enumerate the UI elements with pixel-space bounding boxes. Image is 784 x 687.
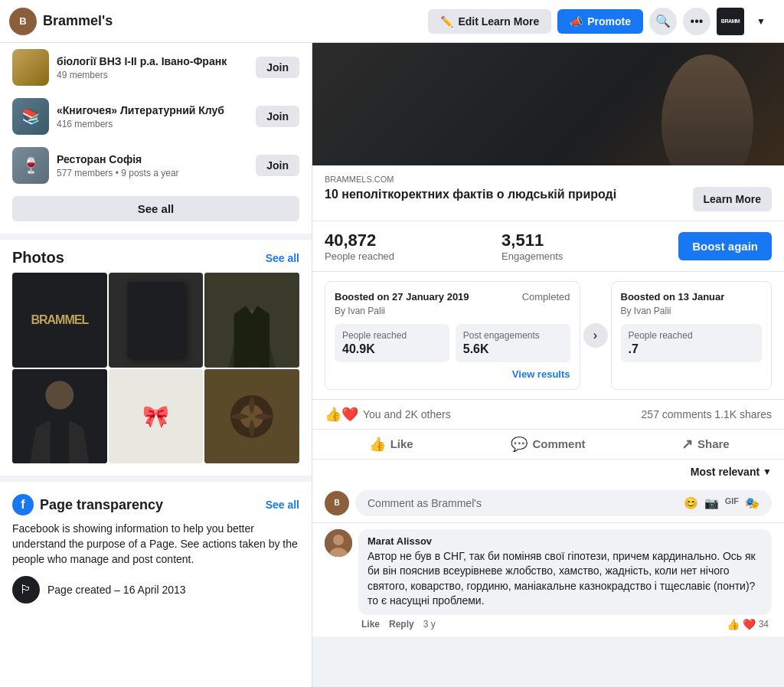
share-button[interactable]: ↗ Share [627, 430, 784, 459]
emoji-icon[interactable]: 😊 [684, 496, 698, 510]
group-thumbnail: 🍷 [12, 147, 49, 184]
photo-cell[interactable] [109, 273, 204, 368]
transparency-header: f Page transparency See all [12, 494, 299, 515]
comment-row: Marat Alissov Автор не був в СНГ, так би… [312, 523, 784, 636]
reactions-row: 👍 ❤️ You and 2K others 257 comments 1.1K… [312, 400, 784, 430]
camera-icon[interactable]: 📷 [704, 496, 719, 510]
photo-cell[interactable] [204, 273, 299, 368]
learn-more-button[interactable]: Learn More [693, 187, 772, 211]
nav-right: BRAMM ▼ [717, 8, 775, 35]
group-info: біології ВНЗ І-ІІ р.а. Івано-Франк 49 me… [57, 54, 248, 80]
boost1-stat1: People reached 40.9K [335, 324, 449, 362]
reactions-right: 257 comments 1.1K shares [642, 408, 772, 420]
boost2-by: By Ivan Palii [621, 306, 763, 316]
comment-text: Автор не був в СНГ, так би поміняв свої … [368, 549, 763, 609]
join-button[interactable]: Join [256, 155, 299, 176]
comments-sort[interactable]: Most relevant ▼ [312, 460, 784, 484]
stats-row: 40,872 People reached 3,511 Engagements … [312, 221, 784, 272]
search-button[interactable]: 🔍 [649, 8, 677, 35]
chevron-down-icon: ▼ [763, 466, 772, 477]
join-button[interactable]: Join [256, 106, 299, 127]
sticker-icon[interactable]: 🎭 [745, 496, 760, 510]
post-title: 10 неполіткоректних фактів о людській пр… [325, 187, 684, 203]
ellipsis-icon: ••• [691, 15, 704, 28]
left-panel: біології ВНЗ І-ІІ р.а. Івано-Франк 49 me… [0, 43, 312, 687]
bowtie-thumbnail: 🎀 [142, 404, 169, 429]
post-title-row: 10 неполіткоректних фактів о людській пр… [325, 187, 772, 211]
action-buttons: 👍 Like 💬 Comment ↗ Share [312, 430, 784, 460]
boost2-stat1: People reached .7 [621, 324, 763, 362]
comment-body: Marat Alissov Автор не був в СНГ, так би… [358, 529, 772, 630]
reached-label: People reached [325, 250, 477, 262]
photo-cell[interactable]: 🎀 [109, 369, 204, 464]
post-source: BRAMMELS.COM [325, 175, 772, 184]
promote-button[interactable]: 📣 Promote [557, 9, 643, 34]
comment-icon: 💬 [511, 436, 528, 453]
book-thumbnail [127, 282, 184, 358]
commenter-avatar: B [325, 491, 349, 515]
transparency-title: Page transparency [40, 497, 260, 513]
boost1-stat2: Post engagements 5.6K [456, 324, 570, 362]
reaction-count: 34 [759, 619, 769, 630]
boost1-date: Boosted on 27 January 2019 [335, 291, 469, 303]
comment-timestamp: 3 y [423, 619, 436, 630]
photos-grid: BRAMMEL [0, 273, 312, 476]
photos-section: Photos See all BRAMMEL [0, 234, 312, 476]
suit-photo [204, 273, 299, 368]
group-thumbnail: 📚 [12, 98, 49, 135]
comment-like-button[interactable]: Like [361, 619, 380, 630]
comment-actions: Like Reply 3 y 👍 ❤️ 34 [358, 618, 772, 630]
comment-reactions: 👍 ❤️ 34 [727, 618, 769, 630]
top-nav: B Brammel's ✏️ Edit Learn More 📣 Promote… [0, 0, 784, 43]
boost-again-button[interactable]: Boost again [678, 232, 772, 260]
like-reaction-icon: 👍 [325, 406, 341, 423]
post-image [312, 43, 784, 165]
svg-point-9 [333, 535, 344, 545]
main-layout: біології ВНЗ І-ІІ р.а. Івано-Франк 49 me… [0, 43, 784, 687]
next-boost-button[interactable]: › [583, 323, 608, 348]
boost2-stats: People reached .7 [621, 324, 763, 362]
edit-learn-more-button[interactable]: ✏️ Edit Learn More [428, 9, 551, 34]
boost2-date: Boosted on 13 Januar [621, 291, 725, 303]
page-logo: BRAMM [717, 8, 744, 35]
boost1-status: Completed [522, 291, 570, 303]
list-item: 🍷 Ресторан Софія 577 members • 9 posts a… [0, 141, 312, 190]
group-info: Ресторан Софія 577 members • 9 posts a y… [57, 152, 248, 178]
boost1-stats: People reached 40.9K Post engagements 5.… [335, 324, 570, 362]
like-button[interactable]: 👍 Like [312, 430, 469, 459]
post-card: BRAMMELS.COM 10 неполіткоректних фактів … [312, 43, 784, 636]
photos-see-all-link[interactable]: See all [266, 252, 299, 264]
comment-reply-button[interactable]: Reply [389, 619, 414, 630]
photo-cell[interactable] [204, 369, 299, 464]
more-options-button[interactable]: ••• [683, 8, 710, 35]
right-panel: BRAMMELS.COM 10 неполіткоректних фактів … [312, 43, 784, 687]
comment-avatar [325, 529, 352, 557]
facebook-icon: f [12, 494, 34, 515]
comment-button[interactable]: 💬 Comment [469, 430, 626, 459]
brand-name: Brammel's [43, 13, 113, 29]
group-thumbnail [12, 49, 49, 86]
join-button[interactable]: Join [256, 57, 299, 78]
photo-cell[interactable]: BRAMMEL [12, 273, 107, 368]
boost-card-1: Boosted on 27 January 2019 Completed By … [325, 281, 580, 390]
account-chevron-button[interactable]: ▼ [747, 8, 775, 35]
love-reaction-icon: ❤️ [341, 406, 358, 423]
share-icon: ↗ [681, 436, 693, 453]
svg-point-3 [45, 381, 74, 409]
transparency-see-all-link[interactable]: See all [266, 499, 299, 511]
reactions-text: You and 2K others [363, 408, 451, 420]
statue-shape [662, 54, 753, 165]
photo-cell[interactable] [12, 369, 107, 464]
megaphone-icon: 📣 [570, 15, 583, 28]
transparency-description: Facebook is showing information to help … [12, 522, 299, 567]
see-all-groups-button[interactable]: See all [12, 196, 299, 221]
comment-input-field[interactable]: Comment as Brammel's 😊 📷 GIF 🎭 [355, 490, 772, 516]
post-image-overlay [312, 43, 784, 165]
view-results-link[interactable]: View results [335, 368, 570, 380]
photos-title: Photos [12, 249, 64, 267]
gif-icon[interactable]: GIF [725, 496, 739, 510]
comment-input-row: B Comment as Brammel's 😊 📷 GIF 🎭 [312, 484, 784, 523]
brand-avatar: B [9, 8, 37, 35]
engagements-label: Engagements [501, 250, 654, 262]
group-info: «Книгочея» Литературний Клуб 416 members [57, 103, 248, 129]
